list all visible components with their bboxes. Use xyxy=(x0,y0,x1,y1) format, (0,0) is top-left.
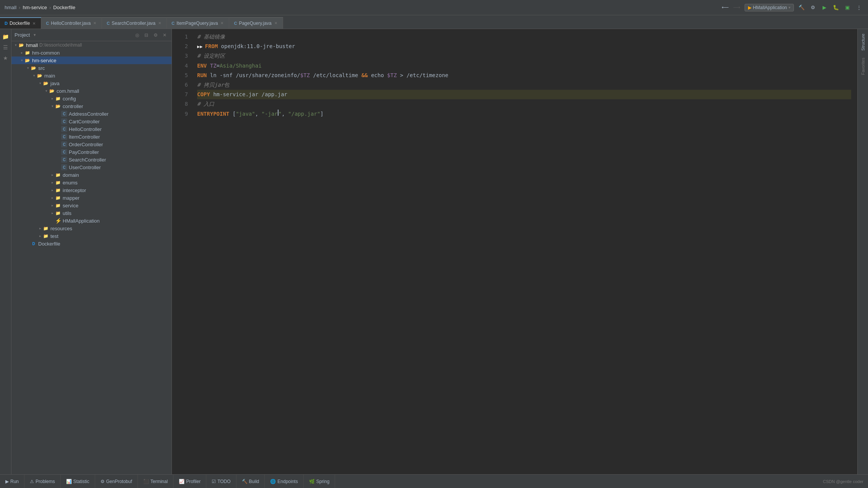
bookmark-icon[interactable]: ★ xyxy=(1,53,10,63)
utils-arrow: ▸ xyxy=(50,210,55,216)
tree-item-hm-service[interactable]: ▾ 📂 hm-service xyxy=(11,57,172,64)
tree-item-com-hmall[interactable]: ▾ 📂 com.hmall xyxy=(11,87,172,95)
build-icon[interactable]: 🔨 xyxy=(797,3,806,12)
favorites-right-icon[interactable]: Favorites xyxy=(859,55,867,78)
breadcrumb-hm-service[interactable]: hm-service xyxy=(23,5,47,10)
search-tab-close[interactable]: ✕ xyxy=(157,21,162,26)
tree-item-interceptor[interactable]: ▸ 📁 interceptor xyxy=(11,186,172,194)
bottom-tab-profiler[interactable]: 📈 Profiler xyxy=(173,475,206,488)
project-tree: ▾ 📂 hmall D:\lesson\code\hmall ▸ 📁 hm-co… xyxy=(11,41,172,474)
com-hmall-label: com.hmall xyxy=(57,88,79,94)
tree-item-resources[interactable]: ▸ 📁 resources xyxy=(11,225,172,232)
structure-right-icon[interactable]: Structure xyxy=(859,31,867,54)
tab-hello-controller[interactable]: C HelloController.java ✕ xyxy=(41,17,102,29)
hm-common-arrow: ▸ xyxy=(19,50,24,55)
bottom-tab-spring[interactable]: 🌿 Spring xyxy=(304,475,335,488)
dockerfile-tab-close[interactable]: ✕ xyxy=(32,21,36,26)
tree-item-enums[interactable]: ▸ 📁 enums xyxy=(11,179,172,186)
tree-item-hello-controller[interactable]: ▸ C HelloController xyxy=(11,125,172,133)
controller-label: controller xyxy=(63,103,83,109)
main-label: main xyxy=(44,73,55,79)
breadcrumb-hmall[interactable]: hmall xyxy=(5,5,16,10)
locate-icon[interactable]: ◎ xyxy=(133,31,141,39)
tree-item-hmall[interactable]: ▾ 📂 hmall D:\lesson\code\hmall xyxy=(11,41,172,49)
tree-item-user-controller[interactable]: ▸ C UserController xyxy=(11,163,172,171)
close-panel-icon[interactable]: ✕ xyxy=(161,31,168,39)
left-icon-strip: 📁 ☰ ★ xyxy=(0,29,11,474)
tree-item-dockerfile[interactable]: ▸ D Dockerfile xyxy=(11,240,172,247)
pay-class-icon: C xyxy=(61,149,67,155)
bottom-tab-run[interactable]: ▶ Run xyxy=(0,475,24,488)
tree-item-hmall-app[interactable]: ▸ ⚡ HMallApplication xyxy=(11,217,172,225)
tab-search-controller[interactable]: C SearchController.java ✕ xyxy=(102,17,167,29)
tree-item-controller[interactable]: ▾ 📂 controller xyxy=(11,102,172,110)
statistic-tab-icon: 📊 xyxy=(66,479,72,484)
structure-icon[interactable]: ☰ xyxy=(1,43,10,52)
project-dropdown-arrow[interactable]: ▾ xyxy=(34,32,36,37)
dockerfile-file-label: Dockerfile xyxy=(38,241,60,247)
tree-item-search-controller[interactable]: ▸ C SearchController xyxy=(11,156,172,163)
enums-label: enums xyxy=(63,180,78,186)
tree-item-address-controller[interactable]: ▸ C AddressController xyxy=(11,110,172,118)
tree-item-utils[interactable]: ▸ 📁 utils xyxy=(11,209,172,217)
statistic-tab-label: Statistic xyxy=(73,479,89,484)
back-icon[interactable]: ⟵ xyxy=(721,3,730,12)
java-arrow: ▾ xyxy=(37,81,43,86)
pagequery-tab-close[interactable]: ✕ xyxy=(274,21,278,26)
resources-label: resources xyxy=(50,226,72,231)
tree-item-pay-controller[interactable]: ▸ C PayController xyxy=(11,148,172,156)
hm-common-folder-icon: 📁 xyxy=(24,50,31,56)
tree-item-main[interactable]: ▾ 📂 main xyxy=(11,72,172,79)
run-green-icon[interactable]: ▶ xyxy=(820,3,829,12)
tree-item-item-controller[interactable]: ▸ C ItemController xyxy=(11,133,172,141)
project-icon[interactable]: 📁 xyxy=(1,32,10,41)
search-tab-icon: C xyxy=(107,21,110,26)
line2-arrow: ▶▶ xyxy=(197,43,202,51)
tree-item-java[interactable]: ▾ 📂 java xyxy=(11,79,172,87)
tree-item-src[interactable]: ▾ 📂 src xyxy=(11,64,172,72)
bottom-tab-problems[interactable]: ⚠ Problems xyxy=(24,475,61,488)
breadcrumb-dockerfile[interactable]: Dockerfile xyxy=(53,5,75,10)
collapse-icon[interactable]: ⊟ xyxy=(143,31,150,39)
run-config-dropdown[interactable]: ▾ xyxy=(789,5,790,10)
debug-icon[interactable]: 🐛 xyxy=(831,3,840,12)
main-folder-icon: 📂 xyxy=(37,73,43,79)
bottom-tab-terminal[interactable]: ⬛ Terminal xyxy=(138,475,173,488)
main-arrow: ▾ xyxy=(31,73,37,78)
tree-item-service[interactable]: ▸ 📁 service xyxy=(11,202,172,209)
bottom-tab-statistic[interactable]: 📊 Statistic xyxy=(61,475,95,488)
tree-item-test[interactable]: ▸ 📁 test xyxy=(11,232,172,240)
tab-dockerfile[interactable]: D Dockerfile ✕ xyxy=(0,17,41,29)
line9-bracket2: ] xyxy=(320,109,323,119)
tree-item-config[interactable]: ▸ 📁 config xyxy=(11,95,172,102)
itempage-tab-close[interactable]: ✕ xyxy=(220,21,224,26)
settings-icon[interactable]: ⚙ xyxy=(808,3,818,12)
tab-pagequery[interactable]: C PageQuery.java ✕ xyxy=(229,17,283,29)
dockerfile-tab-label: Dockerfile xyxy=(10,21,30,26)
bottom-tab-todo[interactable]: ☑ TODO xyxy=(206,475,236,488)
hello-tab-close[interactable]: ✕ xyxy=(92,21,97,26)
tree-item-hm-common[interactable]: ▸ 📁 hm-common xyxy=(11,49,172,57)
pagequery-tab-icon: C xyxy=(234,21,237,26)
hello-tab-icon: C xyxy=(46,21,49,26)
address-controller-label: AddressController xyxy=(69,111,108,117)
more-icon[interactable]: ⋮ xyxy=(854,3,863,12)
bottom-tab-genprotobuf[interactable]: ⚙ GenProtobuf xyxy=(95,475,138,488)
run-config[interactable]: ▶ HMallApplication ▾ xyxy=(745,4,794,11)
tree-item-mapper[interactable]: ▸ 📁 mapper xyxy=(11,194,172,202)
bottom-tab-build[interactable]: 🔨 Build xyxy=(236,475,265,488)
tab-itempage-query[interactable]: C ItemPageQuery.java ✕ xyxy=(167,17,229,29)
line1-content: # 基础镜像 xyxy=(197,32,225,42)
tree-item-domain[interactable]: ▸ 📁 domain xyxy=(11,171,172,179)
tree-item-order-controller[interactable]: ▸ C OrderController xyxy=(11,141,172,148)
forward-icon[interactable]: ⟶ xyxy=(732,3,742,12)
bottom-tab-endpoints[interactable]: 🌐 Endpoints xyxy=(265,475,303,488)
endpoints-tab-label: Endpoints xyxy=(277,479,298,484)
coverage-icon[interactable]: ▣ xyxy=(843,3,852,12)
settings-gear-icon[interactable]: ⚙ xyxy=(152,31,159,39)
code-editor[interactable]: # 基础镜像 ▶▶ FROM openjdk:11.0-jre-buster #… xyxy=(191,29,857,474)
project-header-icons: ◎ ⊟ ⚙ ✕ xyxy=(133,31,168,39)
tree-item-cart-controller[interactable]: ▸ C CartController xyxy=(11,118,172,125)
hmall-app-label: HMallApplication xyxy=(63,218,100,224)
interceptor-label: interceptor xyxy=(63,187,86,193)
